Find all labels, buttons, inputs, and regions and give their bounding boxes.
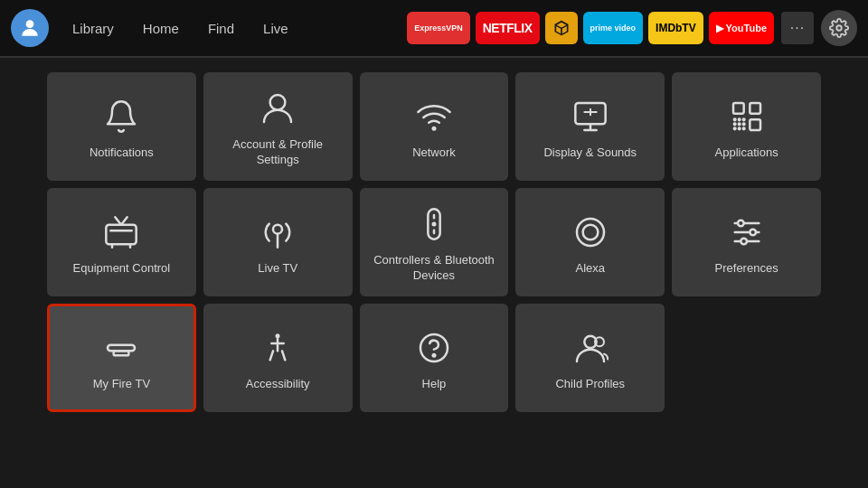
nav-live[interactable]: Live	[250, 15, 301, 42]
person-icon	[258, 89, 297, 128]
tile-myfiretv[interactable]: My Fire TV	[47, 304, 196, 412]
svg-point-1	[836, 25, 842, 31]
tile-equipment[interactable]: Equipment Control	[47, 188, 196, 296]
nav-find[interactable]: Find	[195, 15, 247, 42]
nav-links: Library Home Find Live	[60, 15, 301, 42]
apps-icon	[727, 97, 767, 136]
svg-point-25	[741, 238, 747, 244]
tile-help-label: Help	[422, 377, 447, 392]
tile-display-label: Display & Sounds	[543, 145, 637, 161]
tile-help[interactable]: Help	[360, 304, 509, 412]
tile-livetv[interactable]: Live TV	[203, 188, 353, 296]
tile-childprofiles[interactable]: Child Profiles	[515, 304, 665, 412]
childprofiles-icon	[571, 328, 610, 368]
tile-childprofiles-label: Child Profiles	[555, 377, 625, 392]
tile-alexa-label: Alexa	[576, 261, 606, 277]
app-plex[interactable]	[545, 12, 578, 44]
tile-livetv-label: Live TV	[258, 261, 297, 277]
tile-controllers[interactable]: Controllers & Bluetooth Devices	[360, 188, 509, 296]
tile-display[interactable]: Display & Sounds	[515, 72, 665, 181]
tile-myfiretv-label: My Fire TV	[93, 377, 150, 392]
settings-button[interactable]	[821, 10, 857, 46]
svg-rect-8	[107, 224, 137, 244]
app-expressvpn[interactable]: ExpressVPN	[407, 12, 470, 44]
svg-point-28	[276, 333, 280, 338]
tile-accessibility[interactable]: Accessibility	[203, 304, 353, 412]
svg-point-12	[273, 224, 282, 233]
app-youtube[interactable]: ▶ YouTube	[709, 12, 774, 44]
app-shortcuts: ExpressVPN NETFLIX prime video IMDbTV ▶ …	[407, 12, 774, 44]
settings-container: Notifications Account & Profile Settings…	[0, 58, 868, 488]
more-apps-button[interactable]: ···	[781, 12, 814, 44]
tile-applications-label: Applications	[715, 145, 778, 161]
svg-point-19	[582, 224, 598, 239]
svg-rect-6	[750, 103, 760, 114]
app-imdb[interactable]: IMDbTV	[648, 12, 703, 44]
tile-notifications[interactable]: Notifications	[47, 72, 196, 181]
display-icon	[571, 97, 610, 136]
tile-controllers-label: Controllers & Bluetooth Devices	[367, 253, 502, 284]
tile-preferences[interactable]: Preferences	[672, 188, 821, 296]
accessibility-icon	[258, 328, 297, 368]
top-navigation: Library Home Find Live ExpressVPN NETFLI…	[0, 0, 868, 56]
tile-network-label: Network	[412, 145, 456, 161]
svg-rect-7	[750, 119, 760, 130]
tile-account-label: Account & Profile Settings	[211, 137, 345, 168]
settings-grid: Notifications Account & Profile Settings…	[47, 72, 821, 412]
svg-point-0	[26, 20, 34, 28]
tile-applications[interactable]: Applications	[672, 72, 821, 181]
antenna-icon	[258, 212, 297, 252]
app-netflix[interactable]: NETFLIX	[476, 12, 540, 44]
sliders-icon	[727, 212, 767, 252]
svg-rect-27	[114, 351, 129, 355]
bell-icon	[101, 97, 141, 136]
svg-point-24	[750, 229, 756, 235]
tv-icon	[101, 212, 141, 252]
help-icon	[414, 328, 454, 368]
app-prime[interactable]: prime video	[583, 12, 644, 44]
tile-accessibility-label: Accessibility	[246, 377, 310, 392]
user-avatar[interactable]	[11, 9, 49, 47]
wifi-icon	[414, 97, 454, 136]
tile-notifications-label: Notifications	[90, 145, 154, 161]
svg-point-2	[270, 95, 286, 110]
tile-account[interactable]: Account & Profile Settings	[203, 72, 353, 181]
tile-alexa[interactable]: Alexa	[515, 188, 665, 296]
svg-point-23	[738, 220, 744, 226]
svg-point-16	[431, 222, 436, 227]
nav-library[interactable]: Library	[60, 15, 127, 42]
alexa-icon	[571, 212, 610, 252]
firetv-icon	[101, 328, 141, 368]
svg-rect-5	[733, 103, 744, 114]
tile-network[interactable]: Network	[360, 72, 509, 181]
svg-point-18	[577, 219, 604, 246]
nav-home[interactable]: Home	[130, 15, 192, 42]
remote-icon	[414, 204, 454, 244]
tile-equipment-label: Equipment Control	[73, 261, 171, 277]
tile-preferences-label: Preferences	[715, 261, 778, 277]
